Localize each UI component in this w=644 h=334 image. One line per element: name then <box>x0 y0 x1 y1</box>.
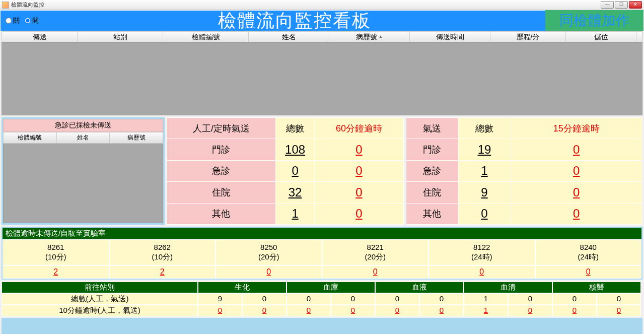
er-unsent-column-header[interactable]: 檢體編號 <box>4 132 57 143</box>
grid-column-header[interactable]: 姓名 <box>249 32 329 42</box>
overdue-location-cell: 8122(24時) <box>428 239 535 265</box>
er-unsent-title: 急診已採檢未傳送 <box>3 119 163 132</box>
bottom-strip <box>2 318 642 335</box>
overdue-location-cell: 8250(20分) <box>216 239 322 265</box>
maximize-button[interactable]: ☐ <box>615 1 628 9</box>
overdue-location-cell: 8262(10分) <box>109 239 216 265</box>
radio-off[interactable]: 關 <box>6 16 20 25</box>
grid-column-header[interactable]: 歷程/分 <box>490 32 566 42</box>
dest-header-label: 前往站別 <box>2 282 198 293</box>
stats-row-label: 其他 <box>167 203 276 224</box>
stats-row-label: 其他 <box>406 203 458 224</box>
overdue-count-cell[interactable]: 0 <box>535 265 642 279</box>
dest-value-cell[interactable]: 0 <box>375 293 419 305</box>
dest-header-station: 血清 <box>464 282 552 293</box>
dest-value-cell[interactable]: 0 <box>508 305 552 316</box>
dest-value-cell[interactable]: 0 <box>375 305 419 316</box>
dest-value-cell[interactable]: 9 <box>198 293 242 305</box>
stats-row-label: 急診 <box>406 160 458 181</box>
dest-value-cell[interactable]: 0 <box>242 293 287 305</box>
stats-row-label: 門診 <box>406 139 458 160</box>
overdue-location-cell: 8221(20分) <box>322 239 429 265</box>
stats-table-pneumatic: 氣送總數15分鐘逾時門診190急診10住院90其他00 <box>406 117 643 225</box>
grid-body-empty <box>2 42 642 115</box>
stats-total-cell[interactable]: 108 <box>275 139 315 160</box>
minimize-button[interactable]: — <box>601 1 614 9</box>
stats-total-cell[interactable]: 19 <box>458 139 511 160</box>
er-unsent-columns: 檢體編號姓名病歷號 <box>3 132 163 144</box>
er-unsent-body-empty <box>3 144 163 223</box>
overdue-count-cell[interactable]: 0 <box>216 265 322 279</box>
stats-overdue-cell[interactable]: 0 <box>315 160 403 181</box>
close-button[interactable]: ✕ <box>629 1 642 9</box>
same-specimen-add-button[interactable]: 同檢體加作 <box>545 10 643 31</box>
grid-column-headers: 傳送站別檢體編號姓名病歷號▲傳送時間歷程/分儲位 <box>2 31 642 42</box>
er-unsent-column-header[interactable]: 病歷號 <box>110 132 163 143</box>
er-unsent-panel: 急診已採檢未傳送 檢體編號姓名病歷號 <box>2 117 165 225</box>
stats-row-label: 門診 <box>167 139 276 160</box>
page-title: 檢體流向監控看板 <box>218 11 371 31</box>
dest-value-cell[interactable]: 0 <box>508 293 552 305</box>
dest-value-cell[interactable]: 0 <box>287 305 331 316</box>
grid-column-header[interactable]: 儲位 <box>566 32 636 42</box>
grid-column-header[interactable]: 傳送 <box>2 32 78 42</box>
dest-value-cell[interactable]: 0 <box>198 305 242 316</box>
header-bar: 關 開 檢體流向監控看板 同檢體加作 <box>0 10 644 31</box>
stats-row-label: 住院 <box>167 182 276 203</box>
stats-header: 總數 <box>458 118 511 139</box>
er-unsent-column-header[interactable]: 姓名 <box>57 132 110 143</box>
overdue-count-cell[interactable]: 2 <box>3 265 109 279</box>
stats-row-label: 住院 <box>406 182 458 203</box>
dest-value-cell[interactable]: 0 <box>597 293 641 305</box>
dest-value-cell[interactable]: 0 <box>331 305 375 316</box>
dest-value-cell[interactable]: 0 <box>242 305 287 316</box>
dest-value-cell[interactable]: 0 <box>419 305 464 316</box>
overdue-count-cell[interactable]: 0 <box>322 265 429 279</box>
overdue-count-cell[interactable]: 2 <box>109 265 216 279</box>
stats-row-label: 急診 <box>167 160 276 181</box>
stats-header: 人工/定時氣送 <box>167 118 276 139</box>
destination-table: 前往站別生化血庫血液血清核醫 總數(人工，氣送)900000100010分鐘逾時… <box>2 282 642 316</box>
stats-table-manual: 人工/定時氣送總數60分鐘逾時門診1080急診00住院320其他10 <box>167 117 404 225</box>
overdue-location-cell: 8240(24時) <box>535 239 642 265</box>
dest-header-station: 核醫 <box>552 282 641 293</box>
dest-row-label: 10分鐘逾時(人工，氣送) <box>2 305 198 316</box>
dest-value-cell[interactable]: 0 <box>552 305 597 316</box>
dest-value-cell[interactable]: 1 <box>464 305 508 316</box>
dest-row-label: 總數(人工，氣送) <box>2 293 198 305</box>
stats-overdue-cell[interactable]: 0 <box>315 139 403 160</box>
stats-overdue-cell[interactable]: 0 <box>315 203 403 224</box>
dest-value-cell[interactable]: 0 <box>331 293 375 305</box>
dest-value-cell[interactable]: 0 <box>287 293 331 305</box>
dest-header-station: 血液 <box>375 282 464 293</box>
stats-overdue-cell[interactable]: 0 <box>511 139 642 160</box>
stats-total-cell[interactable]: 1 <box>458 160 511 181</box>
grid-column-header[interactable]: 站別 <box>78 32 163 42</box>
stats-overdue-cell[interactable]: 0 <box>511 203 642 224</box>
radio-on[interactable]: 開 <box>25 16 39 25</box>
dest-value-cell[interactable]: 0 <box>597 305 641 316</box>
grid-column-header[interactable]: 檢體編號 <box>163 32 249 42</box>
sort-indicator-icon: ▲ <box>379 32 383 42</box>
grid-column-header[interactable]: 病歷號▲ <box>329 32 410 42</box>
app-icon <box>2 2 9 9</box>
stats-header: 氣送 <box>406 118 458 139</box>
dest-header-station: 血庫 <box>287 282 375 293</box>
stats-overdue-cell[interactable]: 0 <box>511 160 642 181</box>
stats-total-cell[interactable]: 0 <box>275 160 315 181</box>
grid-column-header[interactable]: 傳送時間 <box>410 32 490 42</box>
overdue-location-cell: 8261(10分) <box>3 239 109 265</box>
dest-value-cell[interactable]: 1 <box>464 293 508 305</box>
stats-total-cell[interactable]: 9 <box>458 182 511 203</box>
stats-overdue-cell[interactable]: 0 <box>315 182 403 203</box>
dest-value-cell[interactable]: 0 <box>419 293 464 305</box>
stats-total-cell[interactable]: 0 <box>458 203 511 224</box>
overdue-count-cell[interactable]: 0 <box>428 265 535 279</box>
stats-overdue-cell[interactable]: 0 <box>511 182 642 203</box>
dest-header-station: 生化 <box>198 282 287 293</box>
stats-total-cell[interactable]: 1 <box>275 203 315 224</box>
overdue-band: 檢體逾時未傳送/自取至實驗室 8261(10分)8262(10分)8250(20… <box>2 227 642 280</box>
stats-total-cell[interactable]: 32 <box>275 182 315 203</box>
window-title: 檢體流向監控 <box>11 1 44 9</box>
dest-value-cell[interactable]: 0 <box>552 293 597 305</box>
